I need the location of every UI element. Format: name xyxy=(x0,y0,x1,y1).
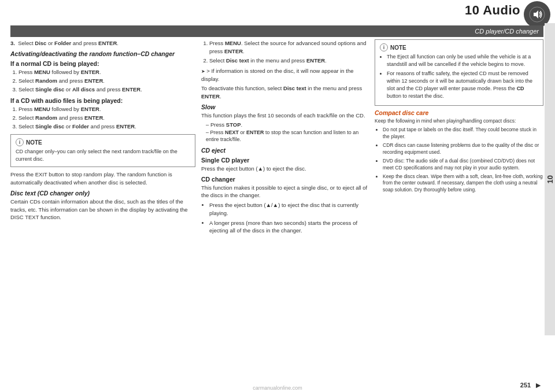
right-column: i NOTE The Eject all function can only b… xyxy=(375,39,543,375)
list-item: Select Random and press ENTER. xyxy=(18,114,195,122)
list-item: The Eject all function can only be used … xyxy=(387,53,538,68)
info-icon-right: i xyxy=(380,43,388,51)
mid-column: Press MENU. Select the source for advanc… xyxy=(201,39,369,375)
disc-text-body: Certain CDs contain information about th… xyxy=(10,198,195,221)
cd-changer-heading: CD changer xyxy=(201,176,369,183)
cd-changer-body: This function makes it possible to eject… xyxy=(201,184,369,200)
stop-text: – Press STOP. xyxy=(206,121,369,128)
list-item: CDR discs can cause listening problems d… xyxy=(383,142,543,156)
list-item: For reasons of traffic safety, the eject… xyxy=(387,70,538,100)
list-item: Do not put tape or labels on the disc it… xyxy=(383,127,543,140)
page-number: 251 xyxy=(520,382,531,389)
step3-text: 3. Select Disc or Folder and press ENTER… xyxy=(10,39,195,47)
chapter-number: 10 xyxy=(546,175,554,183)
slow-body: This function plays the first 10 seconds… xyxy=(201,112,369,120)
mid-steps-list: Press MENU. Select the source for advanc… xyxy=(209,39,369,65)
press-exit-text: Press the EXIT button to stop random pla… xyxy=(10,171,195,187)
list-item: Select Disc text in the menu and press E… xyxy=(209,57,369,65)
list-item: Press MENU followed by ENTER. xyxy=(18,68,195,76)
if-cd-audio-heading: If a CD with audio files is being played… xyxy=(10,97,195,104)
list-item: Press the eject button (▲/▲) to eject th… xyxy=(209,201,369,217)
slow-heading: Slow xyxy=(201,103,369,110)
list-item: Press MENU. Select the source for advanc… xyxy=(209,39,369,56)
list-item: Select Single disc or Folder and press E… xyxy=(18,123,195,131)
bottom-nav: 251 ► xyxy=(520,380,542,390)
note-box-left: i NOTE CD changer only–you can only sele… xyxy=(10,134,195,167)
activating-heading: Activating/deactivating the random funct… xyxy=(10,50,195,57)
normal-cd-steps-list: Press MENU followed by ENTER. Select Ran… xyxy=(18,68,195,94)
right-note-title: i NOTE xyxy=(380,43,538,51)
list-item: Select Single disc or All discs and pres… xyxy=(18,86,195,94)
list-item: DVD disc: The audio side of a dual disc … xyxy=(383,158,543,172)
single-cd-heading: Single CD player xyxy=(201,157,369,164)
left-column: 3. Select Disc or Folder and press ENTER… xyxy=(10,39,195,375)
main-content: 3. Select Disc or Folder and press ENTER… xyxy=(10,39,543,375)
note-box-right: i NOTE The Eject all function can only b… xyxy=(375,39,543,106)
cd-changer-bullets: Press the eject button (▲/▲) to eject th… xyxy=(209,201,369,235)
stop-slow-text: – Press NEXT or ENTER to stop the scan f… xyxy=(206,129,369,143)
info-icon: i xyxy=(16,138,24,146)
cd-audio-steps-list: Press MENU followed by ENTER. Select Ran… xyxy=(18,105,195,131)
chapter-tab: 10 xyxy=(545,23,555,335)
list-item: Select Random and press ENTER. xyxy=(18,77,195,85)
header-bar: 10 Audio xyxy=(0,0,555,21)
cd-banner: CD player/CD changer xyxy=(10,25,543,37)
care-bullets-list: Do not put tape or labels on the disc it… xyxy=(383,127,543,194)
cd-eject-heading: CD eject xyxy=(201,147,369,154)
deactivate-text: To deactivate this function, select Disc… xyxy=(201,84,369,101)
list-item: Press MENU followed by ENTER. xyxy=(18,105,195,113)
note-body: CD changer only–you can only select the … xyxy=(16,148,190,163)
if-info-text: > If information is stored on the disc, … xyxy=(201,67,369,83)
list-item: A longer press (more than two seconds) s… xyxy=(209,219,369,235)
right-note-bullets: The Eject all function can only be used … xyxy=(387,53,538,100)
watermark: carmanualonline.com xyxy=(253,385,302,391)
compact-disc-intro: Keep the following in mind when playing/… xyxy=(375,118,543,125)
single-cd-body: Press the eject button (▲) to eject the … xyxy=(201,165,369,173)
next-arrow-icon[interactable]: ► xyxy=(534,380,542,390)
page-title: 10 Audio xyxy=(465,3,520,18)
note-title: i NOTE xyxy=(16,138,190,146)
list-item: Keep the discs clean. Wipe them with a s… xyxy=(383,173,543,194)
disc-text-heading: Disc text (CD changer only) xyxy=(10,190,195,197)
cd-banner-text: CD player/CD changer xyxy=(475,28,539,35)
if-normal-cd-heading: If a normal CD is being played: xyxy=(10,60,195,67)
compact-disc-care-heading: Compact disc care xyxy=(375,109,543,116)
